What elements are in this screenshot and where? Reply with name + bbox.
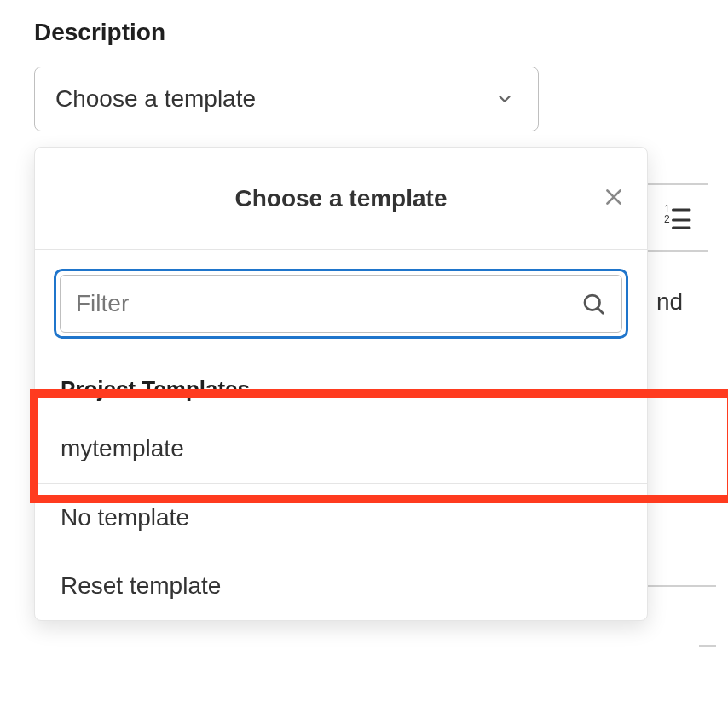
close-button[interactable]: [598, 183, 630, 215]
template-select-trigger[interactable]: Choose a template: [34, 67, 539, 131]
reset-template-option[interactable]: Reset template: [35, 552, 647, 620]
filter-focus-ring: [54, 269, 628, 339]
search-icon: [581, 291, 606, 316]
group-label-project-templates: Project Templates: [35, 357, 647, 415]
template-option[interactable]: mytemplate: [35, 415, 647, 483]
svg-line-8: [598, 308, 603, 313]
obscured-text: nd: [656, 288, 683, 316]
dropdown-header: Choose a template: [35, 148, 647, 250]
dropdown-title: Choose a template: [235, 185, 448, 212]
background-divider: [699, 645, 716, 647]
background-divider: [648, 585, 716, 587]
filter-container: [35, 250, 647, 357]
svg-text:2: 2: [664, 213, 670, 225]
close-icon: [603, 186, 625, 212]
template-dropdown-panel: Choose a template Projec: [34, 147, 648, 621]
section-label-description: Description: [34, 19, 708, 46]
no-template-option[interactable]: No template: [35, 484, 647, 552]
filter-field[interactable]: [60, 275, 622, 333]
ordered-list-icon[interactable]: 1 2: [662, 202, 692, 233]
filter-input[interactable]: [76, 290, 570, 317]
chevron-down-icon: [495, 90, 514, 108]
template-select-value: Choose a template: [55, 85, 256, 113]
